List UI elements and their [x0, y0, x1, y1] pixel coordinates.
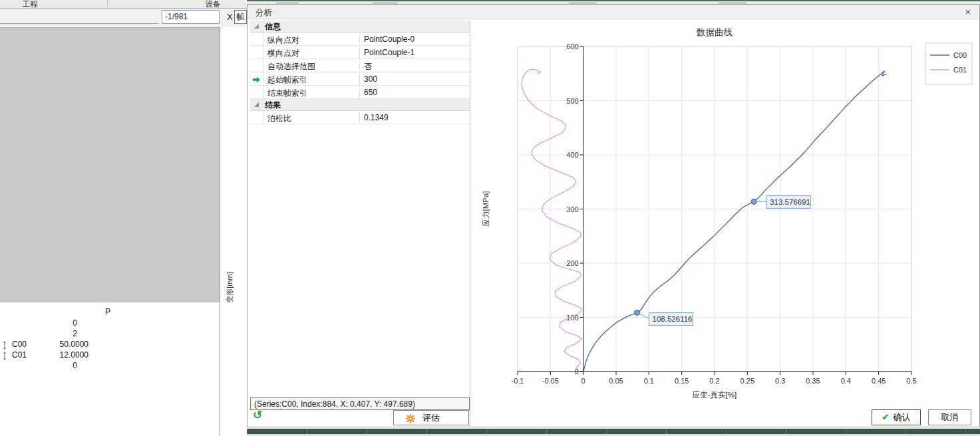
- active-row-arrow-icon: [253, 76, 261, 85]
- y-tick-label: 600: [566, 43, 578, 51]
- property-row: 自动选择范围否: [250, 59, 470, 72]
- annotation-label: 313.576691: [770, 198, 810, 206]
- background-table-strip: [247, 429, 980, 434]
- ribbon-tab-设备[interactable]: 设备: [200, 0, 226, 9]
- property-value[interactable]: 300: [360, 72, 470, 85]
- table-row: C0050.0000: [0, 340, 133, 350]
- category-label: 信息: [265, 22, 281, 31]
- image-viewport[interactable]: [0, 27, 220, 302]
- row-value: 0: [37, 318, 88, 328]
- row-value: 12.0000: [37, 350, 88, 360]
- table-row: 2: [0, 329, 133, 340]
- property-row: 泊松比0.1349: [250, 111, 470, 124]
- cancel-button[interactable]: 取消: [928, 409, 971, 425]
- close-icon[interactable]: ×: [962, 6, 974, 18]
- annotation-marker[interactable]: [751, 199, 756, 204]
- confirm-button[interactable]: ✔确认: [872, 409, 921, 425]
- y-tick-label: 400: [566, 151, 578, 159]
- ribbon-separator: [107, 0, 108, 9]
- asterisk-icon: [406, 413, 415, 427]
- x-tick-label: 0.3: [775, 377, 785, 385]
- legend-box: [925, 43, 972, 84]
- ribbon-tab-label: 设备: [206, 0, 221, 8]
- legend-label: C00: [953, 51, 967, 59]
- y-axis-label: 应力[MPa]: [482, 191, 490, 226]
- x-tick-label: 0.2: [709, 377, 719, 385]
- x-tick-label: 0.35: [806, 377, 820, 385]
- evaluate-button[interactable]: 评估: [393, 410, 469, 425]
- x-tick-label: 0.05: [609, 377, 623, 385]
- property-row: 纵向点对PointCouple-0: [250, 33, 470, 46]
- property-name: 纵向点对: [263, 33, 360, 45]
- row-value: 2: [37, 329, 88, 338]
- ribbon-tab-工程[interactable]: 工程: [17, 0, 43, 9]
- y-tick-label: 200: [566, 259, 578, 267]
- analysis-dialog: 分析 × 信息纵向点对PointCouple-0横向点对PointCouple-…: [247, 4, 980, 427]
- dialog-title: 分析: [255, 7, 272, 19]
- property-row: 横向点对PointCouple-1: [250, 46, 470, 59]
- property-value[interactable]: PointCouple-1: [360, 46, 470, 58]
- property-grid: 信息纵向点对PointCouple-0横向点对PointCouple-1自动选择…: [250, 21, 470, 124]
- x-tick-label: 0.45: [872, 377, 886, 385]
- x-tick-label: 0.1: [644, 377, 654, 385]
- row-gutter: [250, 59, 263, 72]
- background-accent-line: [247, 0, 980, 1]
- annotation-label: 108.526116: [653, 315, 693, 323]
- frame-counter-input[interactable]: -1/981: [162, 10, 220, 24]
- property-value[interactable]: PointCouple-0: [360, 33, 470, 45]
- y-tick-label: 300: [566, 205, 578, 213]
- row-value: 50.0000: [37, 340, 88, 349]
- panel-splitter[interactable]: [470, 21, 470, 427]
- undo-icon[interactable]: ↺: [253, 409, 265, 421]
- annotation-marker[interactable]: [635, 310, 640, 316]
- frame-slider[interactable]: [0, 23, 158, 24]
- row-label: C01: [12, 350, 40, 360]
- chart-hover-readout: (Series:C00, Index:884, X: 0.407, Y: 497…: [250, 397, 470, 410]
- row-value: 0: [37, 361, 88, 370]
- x-tick-label: 0.4: [841, 377, 851, 385]
- x-axis-toggle-label: X: [227, 12, 233, 22]
- category-label: 结果: [265, 100, 281, 110]
- x-tick-label: -0.1: [512, 377, 524, 385]
- row-gutter: [250, 33, 263, 45]
- x-axis-label: 应变-真实[%]: [693, 391, 736, 399]
- x-tick-label: 0: [581, 377, 585, 385]
- row-gutter: [250, 111, 263, 124]
- row-gutter: [250, 46, 263, 58]
- series-C01[interactable]: [522, 69, 582, 370]
- property-name: 起始帧索引: [263, 72, 360, 85]
- property-name: 横向点对: [263, 46, 360, 58]
- row-gutter: [250, 86, 263, 98]
- property-category[interactable]: 信息: [250, 21, 470, 33]
- x-tick-label: 0.5: [906, 377, 916, 385]
- table-row: 0: [0, 318, 133, 329]
- x-tick-label: 0.25: [740, 377, 754, 385]
- property-row: 起始帧索引300: [250, 72, 470, 86]
- collapse-triangle-icon: [254, 24, 259, 29]
- table-row: C0112.0000: [0, 350, 133, 361]
- y-tick-label: 500: [566, 97, 578, 105]
- collapse-triangle-icon: [254, 102, 259, 107]
- ribbon-tab-label: 工程: [23, 0, 38, 8]
- x-tick-label: 0.15: [675, 377, 689, 385]
- table-row: 0: [0, 361, 133, 372]
- series-C00[interactable]: [583, 71, 887, 372]
- property-row: 结束帧索引650: [250, 86, 470, 99]
- property-name: 结束帧索引: [263, 86, 360, 98]
- evaluate-label: 评估: [422, 413, 440, 423]
- property-value[interactable]: 0.1349: [360, 111, 470, 124]
- property-category[interactable]: 结果: [250, 99, 470, 111]
- legend-label: C01: [953, 66, 967, 74]
- property-name: 泊松比: [263, 111, 360, 124]
- app-root: 工程设备 -1/981 X 帧 变形[mm] P 02C0050.0000C01…: [0, 0, 980, 436]
- row-label: C00: [12, 340, 40, 349]
- row-gutter: [250, 72, 263, 85]
- y-tick-label: 0: [575, 368, 579, 376]
- check-icon: ✔: [882, 412, 890, 422]
- dialog-titlebar[interactable]: 分析 ×: [247, 5, 979, 19]
- frame-unit-button[interactable]: 帧: [234, 10, 247, 24]
- property-value[interactable]: 650: [360, 86, 470, 98]
- x-tick-label: -0.05: [542, 377, 559, 385]
- property-value[interactable]: 否: [360, 59, 470, 72]
- data-curve-chart[interactable]: 0100200300400500600-0.1-0.0500.050.10.15…: [471, 21, 979, 427]
